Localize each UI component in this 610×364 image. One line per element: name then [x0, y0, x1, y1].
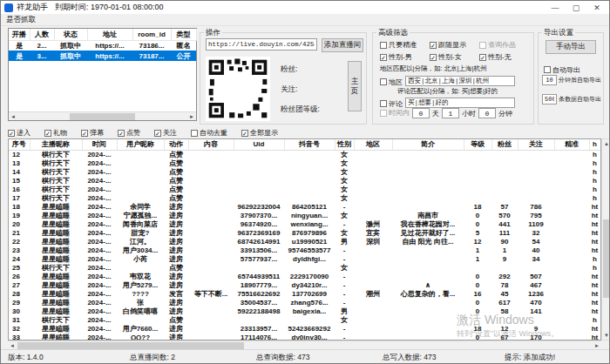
scrollbar-thumb[interactable] [603, 219, 609, 298]
cell [392, 325, 464, 334]
table-row[interactable]: 18星星瞌睡2024-...余同学进房96292232004864205121-… [9, 203, 600, 212]
column-header[interactable]: 抖音号 [284, 139, 335, 150]
column-header[interactable]: 动作 [164, 139, 188, 150]
table-row[interactable]: 26星星瞌睡2024-...韦双花进房657449395112229170090… [9, 273, 600, 281]
column-header[interactable]: 等级 [464, 139, 491, 150]
minutes-input[interactable] [478, 108, 496, 118]
column-header[interactable]: 主播昵称 [30, 139, 82, 150]
cell [392, 150, 464, 159]
column-header[interactable]: 状态 [54, 29, 87, 40]
table-row[interactable]: 32星星瞌睡2024-...用户7660...进房23313957...5242… [9, 325, 600, 334]
table-row[interactable]: 28星星瞌睡2024-...????发言等下不断...7551662269213… [9, 290, 600, 299]
table-row[interactable]: 24星星瞌睡2024-...小芮进房57577937...dyldhfgi...… [9, 255, 600, 264]
table-horizontal-scrollbar[interactable]: ◄ ► [8, 340, 601, 349]
column-header[interactable]: 简介 [392, 139, 464, 150]
hours-input[interactable] [442, 108, 459, 118]
region-input[interactable] [405, 76, 515, 86]
checkbox-进入[interactable]: 进入 [8, 128, 30, 138]
checkbox-礼物[interactable]: 礼物 [44, 128, 67, 138]
table-row[interactable]: 是3...抓取中https://...73187...公开 [9, 51, 196, 61]
home-page-button[interactable]: 主 页 [348, 61, 362, 111]
table-row[interactable]: 27星星瞌睡2024-...用户5279...进房18907779...dy34… [9, 281, 600, 290]
cell: 470 [518, 299, 554, 307]
column-header[interactable]: 类型 [171, 29, 196, 40]
scrollbar-thumb[interactable] [70, 113, 135, 120]
checkbox-弹幕[interactable]: 弹幕 [81, 128, 104, 138]
export-count-input[interactable] [542, 94, 557, 104]
days-input[interactable] [412, 108, 430, 118]
manual-export-button[interactable]: 手动导出 [546, 40, 596, 54]
scroll-down-icon[interactable]: ▼ [602, 331, 610, 340]
checkbox-label: 查询作品 [488, 40, 516, 50]
table-row[interactable]: 16棋行天下2024-...点赞女h [9, 185, 600, 194]
scroll-up-icon[interactable]: ▲ [602, 139, 610, 148]
table-row[interactable]: 30星星瞌睡2024-...白鸽笑嘻嘻进房59222188498baigexia… [9, 307, 600, 316]
table-row[interactable]: 29星星瞌睡2024-...张进房35004537...zhang576...-… [9, 299, 600, 307]
checkbox-性别-男[interactable]: 性别-男 [380, 52, 430, 62]
cell [392, 185, 464, 194]
table-row[interactable]: 21星星瞌睡2024-...甜宠?进房96372369169876979896女… [9, 229, 600, 238]
table-row[interactable]: 23星星瞌睡2024-...用户3034...进房33913506...9574… [9, 246, 600, 255]
table-vertical-scrollbar[interactable]: ▲ ▼ [601, 138, 610, 340]
column-header[interactable]: 地址 [87, 29, 132, 40]
checkbox-关注[interactable]: 关注 [154, 128, 177, 138]
checkbox-性别-女[interactable]: 性别-女 [430, 52, 479, 62]
checkbox-跟随显示[interactable]: 跟随显示 [430, 40, 479, 50]
column-header[interactable]: Uid [234, 139, 284, 150]
event-filter-bar: 进入礼物弹幕点赞关注自动去重全部显示 [8, 127, 602, 138]
checkbox-自动导出[interactable]: 自动导出 [544, 65, 580, 75]
scroll-left-icon[interactable]: ◄ [9, 112, 17, 121]
column-header[interactable]: 内容 [188, 139, 234, 150]
checkbox-全部显示[interactable]: 全部显示 [241, 128, 278, 138]
checkbox-评论[interactable]: 评论 [380, 99, 403, 109]
table-row[interactable]: 33星星瞌睡2024-...QQ??进房17114076...dy0inv30.… [9, 334, 600, 341]
scroll-right-icon[interactable]: ► [187, 112, 196, 121]
column-header[interactable]: 粉丝 [491, 139, 518, 150]
add-room-button[interactable]: 添加直播间 [322, 38, 363, 52]
column-header[interactable]: room_id [132, 29, 171, 40]
table-row[interactable]: 是2...抓取中https://...73186...匿名 [9, 40, 196, 51]
column-header[interactable]: 地区 [354, 139, 392, 150]
table-row[interactable]: 13棋行天下2024-...点赞女h [9, 159, 600, 168]
comment-input[interactable] [405, 98, 515, 108]
table-row[interactable]: 25棋行天下2024-...点赞女h [9, 264, 600, 273]
column-header[interactable]: 时间 [82, 139, 117, 150]
table-row[interactable]: 12棋行天下2024-...点赞女h [9, 150, 600, 159]
cell: 2024-... [82, 290, 117, 299]
close-icon[interactable]: ✕ [586, 1, 607, 14]
column-header[interactable]: 性别 [335, 139, 354, 150]
column-header[interactable]: 开播 [9, 29, 30, 40]
table-row[interactable]: 19星星瞌睡2024-...宁愿孤独...进房37907370...ningyu… [9, 212, 600, 220]
table-row[interactable]: 31棋行天下2024-...点赞女h [9, 316, 600, 325]
checkbox-性别-无[interactable]: 性别-无 [479, 52, 529, 62]
cell [354, 316, 392, 325]
cell: h [589, 168, 600, 177]
table-row[interactable]: 22星星瞌睡2024-...江河。进房68742614991u19990521男… [9, 238, 600, 246]
export-minutes-input[interactable] [542, 75, 557, 85]
column-header[interactable]: 人数 [30, 29, 54, 40]
column-header[interactable]: 用户昵称 [117, 139, 164, 150]
checkbox-自动去重[interactable]: 自动去重 [191, 128, 227, 138]
cell: ht [589, 290, 600, 299]
checkbox-只要精准[interactable]: 只要精准 [380, 40, 430, 50]
checkbox-label: 点赞 [126, 128, 140, 138]
column-header[interactable]: 关注 [518, 139, 554, 150]
minimize-icon[interactable]: — [545, 1, 566, 14]
checkbox-地区[interactable]: 地区 [380, 78, 403, 87]
table-row[interactable]: 17棋行天下2024-...点赞女h [9, 194, 600, 203]
table-row[interactable]: 14棋行天下2024-...点赞女h [9, 168, 600, 177]
column-header[interactable]: h [589, 139, 600, 150]
table-row[interactable]: 20星星瞌睡2024-...闻香向菜店进房96374920...wenxiang… [9, 220, 600, 229]
scrollbar-thumb[interactable] [17, 342, 244, 349]
cell [491, 194, 518, 203]
checkbox-点赞[interactable]: 点赞 [118, 128, 140, 138]
column-header[interactable]: 精准 [554, 139, 589, 150]
table-row[interactable]: 15棋行天下2024-...点赞女h [9, 177, 600, 185]
cell: 抓取中 [54, 40, 87, 51]
cell: 73187... [132, 51, 171, 61]
live-url-input[interactable] [206, 38, 317, 51]
tab-capture[interactable]: 是否抓取 [6, 15, 36, 25]
maximize-icon[interactable]: ▢ [566, 1, 586, 14]
column-header[interactable]: 序号 [9, 139, 30, 150]
rooms-horizontal-scrollbar[interactable]: ◄ ► [9, 111, 196, 120]
